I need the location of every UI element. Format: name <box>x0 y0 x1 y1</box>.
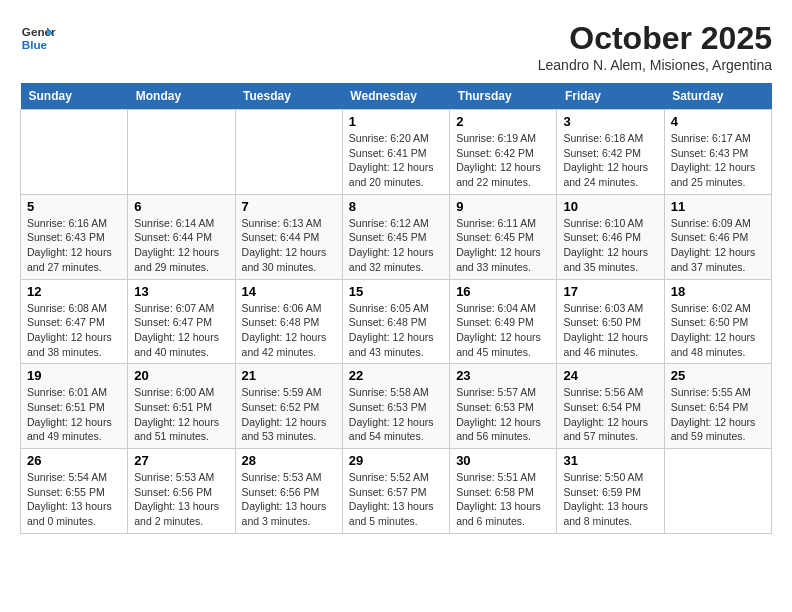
calendar-day-header: Wednesday <box>342 83 449 110</box>
day-info: Sunrise: 6:16 AM Sunset: 6:43 PM Dayligh… <box>27 216 121 275</box>
page-header: General Blue October 2025 Leandro N. Ale… <box>20 20 772 73</box>
day-number: 14 <box>242 284 336 299</box>
calendar-header-row: SundayMondayTuesdayWednesdayThursdayFrid… <box>21 83 772 110</box>
calendar-day-header: Thursday <box>450 83 557 110</box>
day-number: 13 <box>134 284 228 299</box>
day-number: 15 <box>349 284 443 299</box>
day-info: Sunrise: 5:53 AM Sunset: 6:56 PM Dayligh… <box>134 470 228 529</box>
day-info: Sunrise: 6:02 AM Sunset: 6:50 PM Dayligh… <box>671 301 765 360</box>
title-block: October 2025 Leandro N. Alem, Misiones, … <box>538 20 772 73</box>
calendar-cell: 31Sunrise: 5:50 AM Sunset: 6:59 PM Dayli… <box>557 449 664 534</box>
calendar-cell: 14Sunrise: 6:06 AM Sunset: 6:48 PM Dayli… <box>235 279 342 364</box>
calendar-cell: 5Sunrise: 6:16 AM Sunset: 6:43 PM Daylig… <box>21 194 128 279</box>
day-info: Sunrise: 6:09 AM Sunset: 6:46 PM Dayligh… <box>671 216 765 275</box>
day-number: 28 <box>242 453 336 468</box>
calendar-cell: 12Sunrise: 6:08 AM Sunset: 6:47 PM Dayli… <box>21 279 128 364</box>
calendar-cell: 22Sunrise: 5:58 AM Sunset: 6:53 PM Dayli… <box>342 364 449 449</box>
day-info: Sunrise: 6:08 AM Sunset: 6:47 PM Dayligh… <box>27 301 121 360</box>
calendar-day-header: Sunday <box>21 83 128 110</box>
calendar-week-row: 5Sunrise: 6:16 AM Sunset: 6:43 PM Daylig… <box>21 194 772 279</box>
calendar-cell: 27Sunrise: 5:53 AM Sunset: 6:56 PM Dayli… <box>128 449 235 534</box>
day-number: 23 <box>456 368 550 383</box>
calendar-cell: 7Sunrise: 6:13 AM Sunset: 6:44 PM Daylig… <box>235 194 342 279</box>
day-number: 6 <box>134 199 228 214</box>
day-info: Sunrise: 6:18 AM Sunset: 6:42 PM Dayligh… <box>563 131 657 190</box>
location-subtitle: Leandro N. Alem, Misiones, Argentina <box>538 57 772 73</box>
calendar-cell: 29Sunrise: 5:52 AM Sunset: 6:57 PM Dayli… <box>342 449 449 534</box>
day-number: 16 <box>456 284 550 299</box>
calendar-cell: 3Sunrise: 6:18 AM Sunset: 6:42 PM Daylig… <box>557 110 664 195</box>
day-number: 30 <box>456 453 550 468</box>
day-number: 31 <box>563 453 657 468</box>
calendar-day-header: Tuesday <box>235 83 342 110</box>
day-info: Sunrise: 5:57 AM Sunset: 6:53 PM Dayligh… <box>456 385 550 444</box>
day-number: 3 <box>563 114 657 129</box>
day-number: 27 <box>134 453 228 468</box>
day-info: Sunrise: 5:53 AM Sunset: 6:56 PM Dayligh… <box>242 470 336 529</box>
calendar-cell <box>664 449 771 534</box>
day-number: 1 <box>349 114 443 129</box>
calendar-cell: 4Sunrise: 6:17 AM Sunset: 6:43 PM Daylig… <box>664 110 771 195</box>
calendar-cell: 21Sunrise: 5:59 AM Sunset: 6:52 PM Dayli… <box>235 364 342 449</box>
day-info: Sunrise: 5:59 AM Sunset: 6:52 PM Dayligh… <box>242 385 336 444</box>
day-number: 9 <box>456 199 550 214</box>
day-info: Sunrise: 6:01 AM Sunset: 6:51 PM Dayligh… <box>27 385 121 444</box>
day-info: Sunrise: 6:20 AM Sunset: 6:41 PM Dayligh… <box>349 131 443 190</box>
calendar-cell: 23Sunrise: 5:57 AM Sunset: 6:53 PM Dayli… <box>450 364 557 449</box>
day-info: Sunrise: 6:14 AM Sunset: 6:44 PM Dayligh… <box>134 216 228 275</box>
calendar-cell <box>21 110 128 195</box>
day-info: Sunrise: 5:51 AM Sunset: 6:58 PM Dayligh… <box>456 470 550 529</box>
calendar-cell: 24Sunrise: 5:56 AM Sunset: 6:54 PM Dayli… <box>557 364 664 449</box>
day-info: Sunrise: 6:19 AM Sunset: 6:42 PM Dayligh… <box>456 131 550 190</box>
day-number: 19 <box>27 368 121 383</box>
day-number: 20 <box>134 368 228 383</box>
day-info: Sunrise: 6:00 AM Sunset: 6:51 PM Dayligh… <box>134 385 228 444</box>
calendar-cell: 9Sunrise: 6:11 AM Sunset: 6:45 PM Daylig… <box>450 194 557 279</box>
calendar-cell: 6Sunrise: 6:14 AM Sunset: 6:44 PM Daylig… <box>128 194 235 279</box>
day-info: Sunrise: 6:05 AM Sunset: 6:48 PM Dayligh… <box>349 301 443 360</box>
day-info: Sunrise: 6:06 AM Sunset: 6:48 PM Dayligh… <box>242 301 336 360</box>
calendar-cell: 15Sunrise: 6:05 AM Sunset: 6:48 PM Dayli… <box>342 279 449 364</box>
calendar-cell: 1Sunrise: 6:20 AM Sunset: 6:41 PM Daylig… <box>342 110 449 195</box>
calendar-cell: 19Sunrise: 6:01 AM Sunset: 6:51 PM Dayli… <box>21 364 128 449</box>
day-number: 11 <box>671 199 765 214</box>
calendar-cell: 16Sunrise: 6:04 AM Sunset: 6:49 PM Dayli… <box>450 279 557 364</box>
day-number: 8 <box>349 199 443 214</box>
calendar-cell: 2Sunrise: 6:19 AM Sunset: 6:42 PM Daylig… <box>450 110 557 195</box>
day-info: Sunrise: 5:58 AM Sunset: 6:53 PM Dayligh… <box>349 385 443 444</box>
calendar-cell: 11Sunrise: 6:09 AM Sunset: 6:46 PM Dayli… <box>664 194 771 279</box>
logo: General Blue <box>20 20 56 56</box>
calendar-week-row: 12Sunrise: 6:08 AM Sunset: 6:47 PM Dayli… <box>21 279 772 364</box>
calendar-cell: 25Sunrise: 5:55 AM Sunset: 6:54 PM Dayli… <box>664 364 771 449</box>
day-number: 25 <box>671 368 765 383</box>
day-number: 5 <box>27 199 121 214</box>
calendar-day-header: Monday <box>128 83 235 110</box>
day-info: Sunrise: 5:50 AM Sunset: 6:59 PM Dayligh… <box>563 470 657 529</box>
calendar-week-row: 19Sunrise: 6:01 AM Sunset: 6:51 PM Dayli… <box>21 364 772 449</box>
day-number: 22 <box>349 368 443 383</box>
day-number: 17 <box>563 284 657 299</box>
day-info: Sunrise: 6:10 AM Sunset: 6:46 PM Dayligh… <box>563 216 657 275</box>
day-number: 2 <box>456 114 550 129</box>
day-number: 12 <box>27 284 121 299</box>
day-number: 7 <box>242 199 336 214</box>
calendar-cell: 17Sunrise: 6:03 AM Sunset: 6:50 PM Dayli… <box>557 279 664 364</box>
calendar-cell: 18Sunrise: 6:02 AM Sunset: 6:50 PM Dayli… <box>664 279 771 364</box>
day-info: Sunrise: 5:52 AM Sunset: 6:57 PM Dayligh… <box>349 470 443 529</box>
day-info: Sunrise: 6:13 AM Sunset: 6:44 PM Dayligh… <box>242 216 336 275</box>
calendar-cell: 10Sunrise: 6:10 AM Sunset: 6:46 PM Dayli… <box>557 194 664 279</box>
calendar-table: SundayMondayTuesdayWednesdayThursdayFrid… <box>20 83 772 534</box>
day-info: Sunrise: 6:11 AM Sunset: 6:45 PM Dayligh… <box>456 216 550 275</box>
day-info: Sunrise: 5:55 AM Sunset: 6:54 PM Dayligh… <box>671 385 765 444</box>
calendar-day-header: Saturday <box>664 83 771 110</box>
day-number: 26 <box>27 453 121 468</box>
calendar-cell: 20Sunrise: 6:00 AM Sunset: 6:51 PM Dayli… <box>128 364 235 449</box>
day-info: Sunrise: 6:17 AM Sunset: 6:43 PM Dayligh… <box>671 131 765 190</box>
svg-text:Blue: Blue <box>22 38 48 51</box>
day-info: Sunrise: 6:07 AM Sunset: 6:47 PM Dayligh… <box>134 301 228 360</box>
calendar-day-header: Friday <box>557 83 664 110</box>
calendar-cell: 26Sunrise: 5:54 AM Sunset: 6:55 PM Dayli… <box>21 449 128 534</box>
day-number: 21 <box>242 368 336 383</box>
day-info: Sunrise: 6:04 AM Sunset: 6:49 PM Dayligh… <box>456 301 550 360</box>
day-number: 4 <box>671 114 765 129</box>
